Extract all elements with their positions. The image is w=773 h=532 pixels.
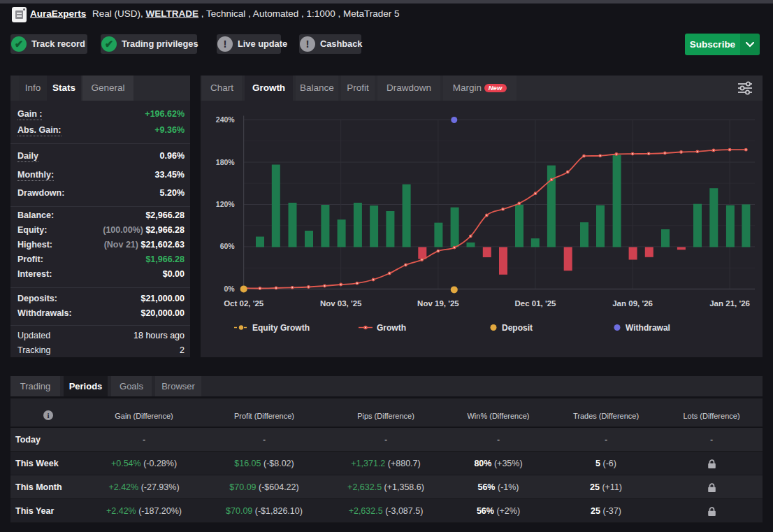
svg-text:Deposit: Deposit — [502, 323, 533, 333]
svg-text:Jan 09, '26: Jan 09, '26 — [612, 299, 653, 308]
svg-text:240%: 240% — [216, 115, 236, 124]
svg-text:Nov 19, '25: Nov 19, '25 — [417, 299, 459, 308]
svg-text:Equity Growth: Equity Growth — [252, 323, 310, 333]
svg-text:Nov 03, '25: Nov 03, '25 — [320, 299, 362, 308]
svg-text:120%: 120% — [216, 200, 236, 208]
svg-text:Growth: Growth — [377, 323, 406, 333]
svg-text:60%: 60% — [220, 242, 236, 250]
svg-text:Withdrawal: Withdrawal — [626, 323, 670, 333]
svg-text:180%: 180% — [216, 158, 236, 166]
svg-text:0%: 0% — [224, 285, 236, 293]
svg-text:Oct 02, '25: Oct 02, '25 — [224, 299, 264, 308]
svg-text:Jan 21, '26: Jan 21, '26 — [709, 299, 750, 308]
svg-text:Dec 01, '25: Dec 01, '25 — [515, 299, 557, 308]
